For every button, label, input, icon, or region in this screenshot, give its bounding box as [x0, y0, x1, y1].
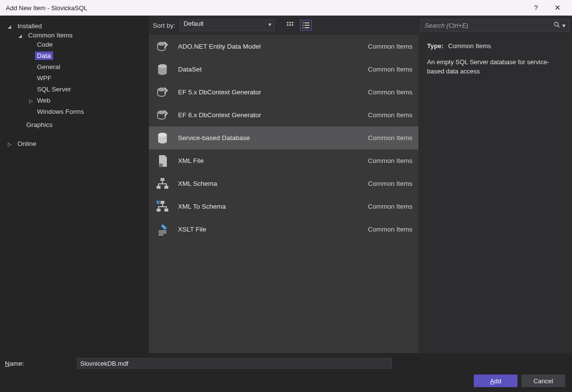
help-button[interactable]: ?: [525, 1, 547, 15]
item-name: DataSet: [178, 66, 360, 73]
svg-rect-1: [289, 22, 291, 23]
svg-point-16: [158, 110, 165, 114]
view-list-button[interactable]: [300, 20, 312, 31]
svg-point-30: [554, 22, 558, 26]
dropdown-icon[interactable]: ▾: [562, 22, 566, 29]
svg-rect-3: [287, 24, 288, 26]
chevron-right-icon[interactable]: [29, 98, 35, 104]
svg-rect-29: [159, 234, 163, 235]
item-name: XML Schema: [178, 180, 360, 187]
sort-by-select[interactable]: Default: [179, 19, 275, 31]
item-name: Service-based Database: [178, 134, 360, 142]
svg-rect-27: [159, 231, 166, 232]
list-item[interactable]: XML File Common Items: [149, 149, 418, 172]
svg-rect-2: [292, 22, 293, 23]
search-placeholder: Search (Ctrl+E): [425, 22, 468, 29]
list-item[interactable]: EF 6.x DbContext Generator Common Items: [149, 104, 418, 126]
svg-rect-28: [159, 232, 166, 233]
svg-line-31: [558, 25, 560, 27]
chevron-down-icon[interactable]: [18, 33, 24, 38]
svg-rect-8: [303, 25, 304, 26]
item-name: EF 5.x DbContext Generator: [178, 89, 360, 96]
item-category: Common Items: [368, 157, 412, 164]
svg-rect-7: [304, 22, 309, 23]
svg-rect-9: [304, 25, 309, 26]
xml-to-schema-icon: [155, 199, 170, 214]
svg-rect-24: [161, 201, 164, 204]
list-item[interactable]: Service-based Database Common Items: [149, 126, 418, 149]
svg-rect-26: [164, 209, 168, 212]
ef-generator-icon: [155, 85, 170, 100]
window-title: Add New Item - SlovickaSQL: [6, 4, 88, 12]
item-category: Common Items: [368, 43, 412, 50]
add-button[interactable]: Add: [474, 374, 518, 387]
cancel-button[interactable]: Cancel: [521, 374, 565, 387]
xml-file-icon: [155, 153, 170, 169]
svg-point-19: [159, 163, 163, 167]
titlebar: Add New Item - SlovickaSQL ? ✕: [0, 0, 572, 16]
svg-rect-4: [289, 24, 291, 26]
item-category: Common Items: [368, 226, 412, 233]
item-name: XML To Schema: [178, 203, 360, 210]
item-name: EF 6.x DbContext Generator: [178, 111, 360, 119]
tree-node-installed[interactable]: Installed Common Items Code Data General…: [6, 20, 149, 132]
svg-rect-0: [287, 22, 288, 23]
list-item[interactable]: XSLT File Common Items: [149, 218, 418, 241]
type-value: Common Items: [448, 42, 491, 50]
tree-node-general[interactable]: General: [27, 61, 145, 72]
tree-node-windows-forms[interactable]: Windows Forms: [27, 106, 145, 117]
svg-rect-21: [157, 186, 161, 189]
item-category: Common Items: [368, 203, 412, 210]
ef-generator-icon: [155, 107, 170, 123]
list-item[interactable]: XML To Schema Common Items: [149, 195, 418, 218]
toolbar: Sort by: Default: [149, 16, 420, 35]
tree-node-web[interactable]: Web: [27, 95, 145, 106]
search-input[interactable]: Search (Ctrl+E) ▾: [420, 19, 569, 32]
tree-node-online[interactable]: Online: [6, 138, 149, 149]
tree-node-wpf[interactable]: WPF: [27, 72, 145, 84]
item-name: ADO.NET Entity Data Model: [178, 43, 360, 50]
description-panel: Type: Common Items An empty SQL Server d…: [420, 35, 572, 83]
close-button[interactable]: ✕: [547, 1, 568, 15]
name-input[interactable]: [77, 358, 392, 369]
list-item[interactable]: DataSet Common Items: [149, 58, 418, 81]
name-label: Name:: [5, 360, 73, 367]
svg-text:<>: <>: [161, 178, 164, 181]
tree-node-code[interactable]: Code: [27, 39, 145, 50]
svg-point-18: [158, 133, 167, 137]
database-icon: [155, 130, 170, 146]
xslt-file-icon: [155, 222, 170, 237]
tree-node-sql-server[interactable]: SQL Server: [27, 84, 145, 95]
item-category: Common Items: [368, 89, 412, 96]
tree-node-common-items[interactable]: Common Items Code Data General WPF SQL S…: [17, 30, 147, 119]
item-category: Common Items: [368, 66, 412, 73]
svg-rect-22: [164, 186, 168, 189]
list-item[interactable]: ADO.NET Entity Data Model Common Items: [149, 35, 418, 58]
search-icon: [554, 21, 560, 30]
entity-model-icon: [155, 39, 170, 54]
item-name: XML File: [178, 157, 360, 164]
xml-schema-icon: <>: [155, 176, 170, 192]
tree-node-graphics[interactable]: Graphics: [17, 119, 147, 130]
chevron-down-icon[interactable]: [8, 24, 14, 29]
sort-by-label: Sort by:: [153, 22, 176, 29]
view-tiles-button[interactable]: [285, 20, 296, 31]
item-category: Common Items: [368, 134, 412, 142]
svg-rect-5: [292, 24, 293, 26]
svg-rect-11: [304, 27, 309, 28]
list-item[interactable]: <> XML Schema Common Items: [149, 172, 418, 195]
category-tree-panel: Installed Common Items Code Data General…: [0, 16, 149, 353]
list-item[interactable]: EF 5.x DbContext Generator Common Items: [149, 81, 418, 104]
svg-point-14: [158, 64, 167, 68]
item-category: Common Items: [368, 180, 412, 187]
tree-node-data[interactable]: Data: [27, 50, 145, 61]
item-name: XSLT File: [178, 226, 360, 233]
database-icon: [155, 62, 170, 77]
template-list[interactable]: ADO.NET Entity Data Model Common Items D…: [149, 35, 418, 353]
svg-rect-6: [303, 22, 304, 23]
svg-point-12: [158, 42, 165, 46]
svg-rect-10: [303, 27, 304, 28]
svg-rect-25: [157, 209, 161, 212]
chevron-right-icon[interactable]: [8, 142, 14, 147]
type-label: Type:: [427, 42, 444, 50]
